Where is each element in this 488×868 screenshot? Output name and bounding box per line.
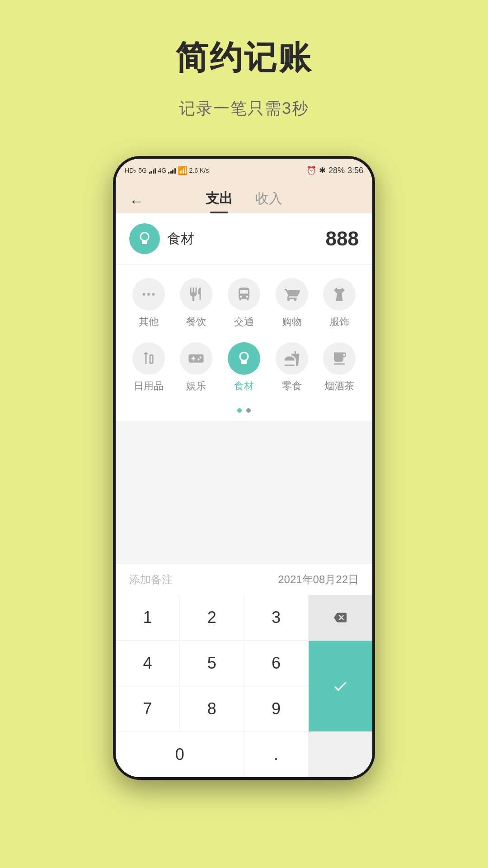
numpad-7[interactable]: 7 [116, 686, 179, 731]
tab-expense[interactable]: 支出 [206, 189, 233, 213]
svg-point-2 [152, 293, 155, 296]
food-icon [188, 286, 204, 302]
svg-point-0 [142, 293, 145, 296]
snacks-label: 零食 [282, 379, 302, 393]
numpad-dot[interactable]: . [244, 732, 308, 777]
status-5g: 5G [138, 167, 147, 174]
category-item-daily[interactable]: 日用品 [125, 338, 173, 397]
category-grid-container: 其他 餐饮 [116, 264, 372, 402]
numpad-0[interactable]: 0 [116, 732, 244, 777]
status-left: HD₂ 5G 4G 📶 2.6 K/s [125, 165, 209, 175]
phone-mockup: HD₂ 5G 4G 📶 2.6 K/s ⏰ ✱ 28% 3:56 ← [113, 156, 375, 780]
transport-icon [236, 286, 252, 302]
shopping-icon [284, 286, 300, 302]
status-network: HD₂ [125, 167, 136, 174]
status-right: ⏰ ✱ 28% 3:56 [306, 165, 363, 175]
category-item-transport[interactable]: 交通 [220, 274, 268, 333]
amount-display: 888 [326, 227, 359, 250]
numpad-5[interactable]: 5 [180, 641, 244, 686]
ingredients-icon-wrap [228, 342, 260, 375]
tab-income[interactable]: 收入 [255, 189, 282, 213]
page-title: 简约记账 [175, 36, 313, 80]
dot-2 [246, 408, 251, 413]
ingredients-icon-svg [136, 231, 153, 247]
signal-icon-1 [149, 167, 156, 174]
amount-entry-area [116, 421, 372, 564]
numpad-4[interactable]: 4 [116, 641, 179, 686]
numpad-9[interactable]: 9 [244, 686, 308, 731]
clothing-label: 服饰 [329, 315, 349, 329]
note-placeholder[interactable]: 添加备注 [129, 572, 173, 587]
content-area: 食材 888 其他 [116, 213, 372, 777]
status-4g: 4G [158, 167, 166, 174]
snacks-icon [284, 350, 300, 367]
battery-percent: 28% [328, 166, 345, 175]
entertainment-icon-wrap [180, 342, 212, 375]
category-item-shopping[interactable]: 购物 [268, 274, 316, 333]
other-icon [141, 286, 157, 302]
numpad: 1 2 3 4 5 6 7 8 9 0 [116, 595, 372, 777]
daily-icon-wrap [132, 342, 165, 375]
category-item-tobacco[interactable]: 烟酒茶 [315, 338, 363, 397]
svg-point-1 [147, 293, 150, 296]
numpad-delete[interactable] [309, 595, 372, 640]
header: ← 支出 收入 [116, 182, 372, 213]
numpad-1[interactable]: 1 [116, 595, 179, 640]
bluetooth-icon: ✱ [319, 165, 326, 175]
numpad-3[interactable]: 3 [244, 595, 308, 640]
delete-icon [334, 611, 347, 624]
selected-category-row: 食材 888 [116, 213, 372, 264]
ingredients-label: 食材 [234, 379, 254, 393]
dot-1 [237, 408, 242, 413]
tobacco-label: 烟酒茶 [324, 379, 354, 393]
category-item-snacks[interactable]: 零食 [268, 338, 316, 397]
ingredients-icon-active [236, 350, 252, 367]
category-item-entertainment[interactable]: 娱乐 [173, 338, 221, 397]
other-icon-wrap [132, 278, 165, 311]
entertainment-icon [188, 350, 204, 367]
note-date-row: 添加备注 2021年08月22日 [116, 564, 372, 595]
transport-label: 交通 [234, 315, 254, 329]
daily-label: 日用品 [134, 379, 164, 393]
numpad-8[interactable]: 8 [180, 686, 244, 731]
selected-category-icon [129, 223, 160, 254]
transport-icon-wrap [228, 278, 260, 311]
category-item-clothing[interactable]: 服饰 [315, 274, 363, 333]
page-subtitle: 记录一笔只需3秒 [179, 98, 309, 120]
shopping-label: 购物 [282, 315, 302, 329]
wifi-icon: 📶 [178, 165, 188, 175]
pagination-dots [116, 402, 372, 421]
numpad-confirm[interactable] [309, 641, 372, 731]
category-item-food[interactable]: 餐饮 [173, 274, 221, 333]
food-label: 餐饮 [186, 315, 206, 329]
snacks-icon-wrap [276, 342, 308, 375]
date-display[interactable]: 2021年08月22日 [278, 572, 359, 587]
other-label: 其他 [139, 315, 159, 329]
tab-group: 支出 收入 [206, 189, 282, 213]
category-grid: 其他 餐饮 [125, 274, 363, 397]
category-item-ingredients[interactable]: 食材 [220, 338, 268, 397]
numpad-6[interactable]: 6 [244, 641, 308, 686]
category-item-other[interactable]: 其他 [125, 274, 173, 333]
alarm-icon: ⏰ [306, 165, 316, 175]
phone-inner: HD₂ 5G 4G 📶 2.6 K/s ⏰ ✱ 28% 3:56 ← [116, 159, 372, 777]
signal-icon-2 [168, 167, 176, 174]
food-icon-wrap [180, 278, 212, 311]
daily-icon [141, 350, 157, 367]
tobacco-icon [331, 350, 347, 367]
entertainment-label: 娱乐 [186, 379, 206, 393]
numpad-2[interactable]: 2 [180, 595, 244, 640]
status-time: 3:56 [347, 166, 363, 175]
tobacco-icon-wrap [323, 342, 356, 375]
selected-category-name: 食材 [167, 230, 194, 248]
status-bar: HD₂ 5G 4G 📶 2.6 K/s ⏰ ✱ 28% 3:56 [116, 159, 372, 182]
clothing-icon [331, 286, 347, 302]
clothing-icon-wrap [323, 278, 356, 311]
shopping-icon-wrap [276, 278, 308, 311]
status-speed: 2.6 K/s [189, 167, 209, 174]
confirm-icon [332, 678, 348, 694]
category-left: 食材 [129, 223, 194, 254]
back-button[interactable]: ← [129, 193, 144, 210]
